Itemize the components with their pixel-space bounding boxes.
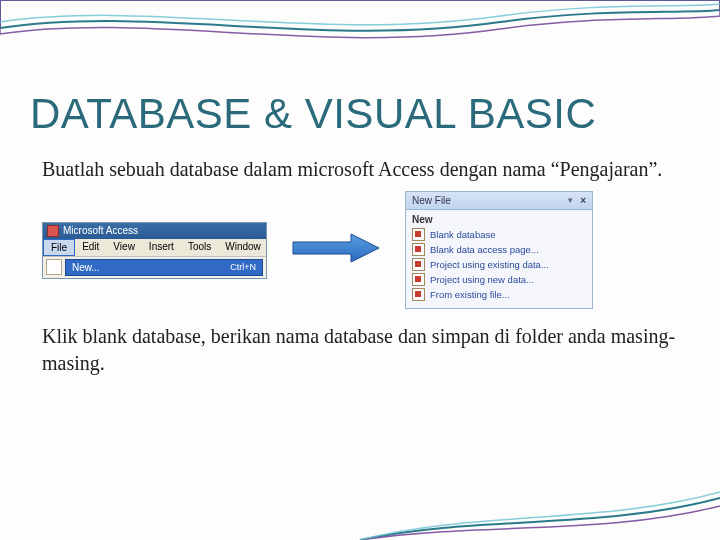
taskpane-section: New Blank database Blank data access pag…: [406, 210, 592, 308]
access-window-screenshot: Microsoft Access File Edit View Insert T…: [42, 222, 267, 279]
svg-marker-0: [293, 234, 379, 262]
taskpane-item-existing-file[interactable]: From existing file...: [412, 287, 586, 302]
access-toolbar: New... Ctrl+N: [43, 257, 266, 278]
taskpane-item-label: Project using new data...: [430, 274, 534, 285]
slide-title: DATABASE & VISUAL BASIC: [30, 90, 690, 138]
menu-item-new[interactable]: New... Ctrl+N: [65, 259, 263, 276]
doc-icon: [412, 273, 425, 286]
access-titlebar: Microsoft Access: [43, 223, 266, 239]
taskpane-item-blank-db[interactable]: Blank database: [412, 227, 586, 242]
access-window-title: Microsoft Access: [63, 225, 138, 236]
menu-window[interactable]: Window: [218, 239, 268, 256]
paragraph-1: Buatlah sebuah database dalam microsoft …: [42, 156, 690, 183]
doc-icon: [412, 243, 425, 256]
taskpane-item-project-existing[interactable]: Project using existing data...: [412, 257, 586, 272]
screenshots-row: Microsoft Access File Edit View Insert T…: [42, 191, 690, 309]
access-key-icon: [47, 225, 59, 237]
menu-view[interactable]: View: [106, 239, 142, 256]
doc-icon: [412, 228, 425, 241]
doc-icon: [412, 258, 425, 271]
new-file-taskpane: New File ▼ × New Blank database Blank da…: [405, 191, 593, 309]
doc-icon: [412, 288, 425, 301]
taskpane-close-icon[interactable]: ×: [580, 195, 586, 206]
menu-edit[interactable]: Edit: [75, 239, 106, 256]
bottom-lines-decoration: [0, 480, 720, 540]
menu-insert[interactable]: Insert: [142, 239, 181, 256]
menu-item-new-label: New...: [72, 262, 100, 273]
taskpane-dropdown-icon[interactable]: ▼: [566, 196, 574, 205]
paragraph-2: Klik blank database, berikan nama databa…: [42, 323, 690, 377]
taskpane-item-label: Blank database: [430, 229, 496, 240]
top-wave-decoration: [0, 0, 720, 60]
menu-tools[interactable]: Tools: [181, 239, 218, 256]
menu-item-new-shortcut: Ctrl+N: [230, 262, 256, 272]
taskpane-item-label: From existing file...: [430, 289, 510, 300]
taskpane-title: New File: [412, 195, 451, 206]
taskpane-header: New File ▼ ×: [406, 192, 592, 210]
access-menubar: File Edit View Insert Tools Window: [43, 239, 266, 257]
taskpane-section-title: New: [412, 214, 586, 225]
toolbar-new-icon[interactable]: [46, 259, 62, 275]
menu-file[interactable]: File: [43, 239, 75, 256]
arrow-icon: [291, 231, 381, 265]
taskpane-item-label: Blank data access page...: [430, 244, 539, 255]
taskpane-item-label: Project using existing data...: [430, 259, 549, 270]
taskpane-item-blank-dap[interactable]: Blank data access page...: [412, 242, 586, 257]
arrow-indicator: [291, 231, 381, 269]
taskpane-item-project-new[interactable]: Project using new data...: [412, 272, 586, 287]
